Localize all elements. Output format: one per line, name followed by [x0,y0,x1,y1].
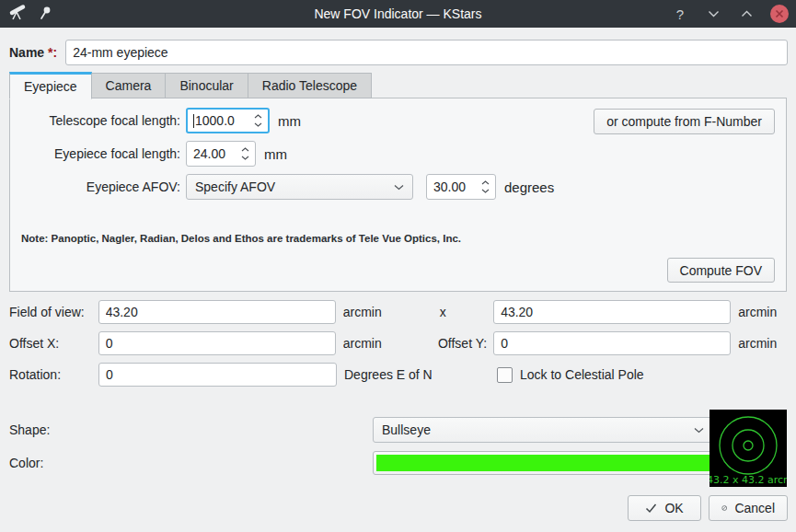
rotation-input[interactable] [98,363,337,387]
spinner-arrows[interactable] [248,114,268,127]
dialog-footer: OK Cancel [628,495,788,521]
spin-down-icon [241,156,249,160]
fov-y-unit: arcmin [738,305,788,319]
maximize-button[interactable] [737,5,756,23]
close-button[interactable] [770,5,789,23]
telescope-focal-length-spinbox[interactable]: 1000.0 [186,108,270,133]
help-button[interactable]: ? [671,5,689,23]
field-of-view-row: Field of view: arcmin x arcmin [9,300,788,324]
eyepiece-focal-unit: mm [264,146,287,162]
telescope-focal-unit: mm [278,113,301,129]
shape-label: Shape: [9,422,50,437]
fov-separator: x [393,305,494,319]
rotation-row: Rotation: Degrees E of N Lock to Celesti… [9,363,788,387]
titlebar[interactable]: New FOV Indicator — KStars ? [0,0,796,28]
name-row: Name *: [9,40,788,65]
lock-celestial-pole-label: Lock to Celestial Pole [520,367,644,382]
offset-x-unit: arcmin [343,336,393,351]
spin-up-icon [481,180,490,185]
color-row: Color: [9,451,788,475]
spin-up-icon [241,147,249,152]
afov-unit: degrees [504,179,554,195]
shape-select[interactable]: Bullseye [373,417,713,443]
shape-row: Shape: Bullseye [9,417,788,443]
compute-from-fnumber-button[interactable]: or compute from F-Number [594,109,775,134]
eyepiece-focal-length-label: Eyepiece focal length: [10,146,180,161]
window-title: New FOV Indicator — KStars [155,6,641,21]
color-picker-button[interactable] [373,451,713,475]
color-label: Color: [9,456,43,470]
checkmark-icon [645,503,657,514]
ok-button[interactable]: OK [628,495,701,521]
spinner-arrows[interactable] [476,180,495,193]
eyepiece-tab-panel: Telescope focal length: 1000.0 mm or com… [9,98,787,292]
fov-y-input[interactable] [493,300,731,324]
spinner-arrows[interactable] [236,147,255,160]
fov-x-unit: arcmin [343,305,393,319]
tab-eyepiece[interactable]: Eyepiece [9,72,92,99]
tab-binocular[interactable]: Binocular [166,73,248,98]
bullseye-icon [709,410,787,481]
cancel-icon [721,502,727,515]
offset-y-label: Offset Y: [393,336,494,351]
offset-y-unit: arcmin [738,336,788,351]
new-fov-indicator-dialog: New FOV Indicator — KStars ? Name *: Eye… [0,0,796,532]
field-of-view-label: Field of view: [9,305,98,319]
compute-fov-button[interactable]: Compute FOV [667,258,775,283]
kstars-app-icon [7,4,28,24]
tab-radio-telescope[interactable]: Radio Telescope [248,73,372,98]
offset-y-input[interactable] [493,331,731,355]
name-input[interactable] [65,40,788,65]
fov-x-input[interactable] [98,300,336,324]
preview-caption: 43.2 x 43.2 arcmin [709,474,787,486]
rotation-unit: Degrees E of N [344,367,488,382]
cancel-button[interactable]: Cancel [709,495,788,521]
offset-x-label: Offset X: [9,336,98,351]
text-caret [193,114,194,128]
afov-select[interactable]: Specify AFOV [186,174,413,200]
eyepiece-afov-label: Eyepiece AFOV: [10,179,180,194]
checkbox-box[interactable] [497,367,513,383]
fov-preview: 43.2 x 43.2 arcmin [709,410,787,487]
trademark-note: Note: Panoptic, Nagler, Radian, Delos an… [21,233,461,244]
spin-up-icon [254,114,262,119]
pin-icon[interactable] [39,6,52,23]
chevron-down-icon [394,184,404,191]
lock-celestial-pole-checkbox[interactable]: Lock to Celestial Pole [497,367,644,383]
minimize-button[interactable] [704,5,722,23]
offset-x-input[interactable] [98,331,336,355]
tab-camera[interactable]: Camera [92,73,167,98]
telescope-focal-length-label: Telescope focal length: [10,113,180,128]
tab-bar: Eyepiece Camera Binocular Radio Telescop… [9,72,372,98]
color-swatch [376,455,709,471]
chevron-down-icon [694,427,704,434]
name-label: Name *: [9,45,57,60]
eyepiece-focal-length-spinbox[interactable]: 24.00 [186,141,256,167]
spin-down-icon [481,189,490,193]
offset-row: Offset X: arcmin Offset Y: arcmin [9,331,788,355]
afov-degrees-spinbox[interactable]: 30.00 [426,174,496,200]
spin-down-icon [254,122,262,127]
rotation-label: Rotation: [9,367,98,382]
